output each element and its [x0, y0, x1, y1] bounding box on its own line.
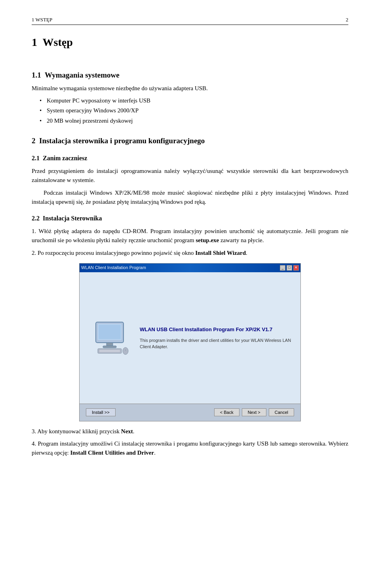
list-item: System operacyjny Windows 2000/XP: [40, 106, 348, 115]
install-item-3: 3. Aby kontynuować kliknij przycisk Next…: [32, 427, 348, 436]
screenshot-right-panel: WLAN USB Client Installation Program For…: [140, 279, 294, 397]
requirements-list: Komputer PC wyposażony w interfejs USB S…: [40, 96, 348, 125]
header-right: 2: [346, 16, 349, 24]
list-item: 20 MB wolnej przestrzeni dyskowej: [40, 116, 348, 125]
maximize-btn[interactable]: □: [287, 265, 292, 271]
svg-rect-6: [99, 350, 120, 352]
minimize-btn[interactable]: _: [280, 265, 285, 271]
screenshot-content: WLAN USB Client Installation Program For…: [80, 272, 300, 404]
nav-buttons: < Back Next > Cancel: [214, 408, 294, 416]
page-header: 1 WSTĘP 2: [32, 16, 348, 25]
list-item: Komputer PC wyposażony w interfejs USB: [40, 96, 348, 105]
subsection-2-1-title: 2.1 Zanim zaczniesz: [32, 154, 348, 163]
install-item-4: 4. Program instalacyjny umożliwi Ci inst…: [32, 439, 348, 458]
screenshot-program-desc: This program installs the driver and cli…: [140, 338, 294, 350]
install-item-2: 2. Po rozpoczęciu procesu instalacyjnego…: [32, 248, 348, 258]
section-2-title: 2 Instalacja sterownika i programu konfi…: [32, 135, 348, 146]
subsection2-1-para1: Przed przystąpieniem do instalacji oprog…: [32, 167, 348, 185]
computer-icon: [90, 320, 129, 356]
screenshot-titlebar: WLAN Client Installation Program _ □ ✕: [80, 264, 300, 272]
screenshot-left-panel: [86, 279, 133, 397]
install-item-1: 1. Włóż płytkę adaptera do napędu CD-ROM…: [32, 227, 348, 245]
subsection2-1-para2: Podczas instalacji Windows XP/2K/ME/98 m…: [32, 188, 348, 207]
svg-rect-2: [99, 325, 121, 339]
section-1-1-title: 1.1 Wymagania systemowe: [32, 69, 348, 81]
svg-rect-4: [103, 346, 116, 348]
subsection-2-2-title: 2.2 Instalacja Sterownika: [32, 214, 348, 224]
header-left: 1 WSTĘP: [32, 16, 52, 24]
titlebar-buttons: _ □ ✕: [280, 265, 299, 271]
cancel-button[interactable]: Cancel: [269, 408, 294, 416]
next-button[interactable]: Next >: [242, 408, 266, 416]
back-button[interactable]: < Back: [214, 408, 239, 416]
svg-rect-3: [106, 343, 113, 346]
screenshot-footer: Install >> < Back Next > Cancel: [80, 404, 300, 421]
screenshot-program-title: WLAN USB Client Installation Program For…: [140, 326, 294, 334]
screenshot-window: WLAN Client Installation Program _ □ ✕: [79, 263, 301, 421]
chapter-header: 1 Wstęp: [32, 27, 348, 59]
close-btn[interactable]: ✕: [293, 265, 299, 271]
screenshot-title: WLAN Client Installation Program: [81, 264, 146, 271]
chapter-title: 1 Wstęp: [32, 34, 73, 51]
section1-intro: Minimalne wymagania systemowe niezbędne …: [32, 84, 348, 93]
install-button[interactable]: Install >>: [86, 408, 116, 416]
